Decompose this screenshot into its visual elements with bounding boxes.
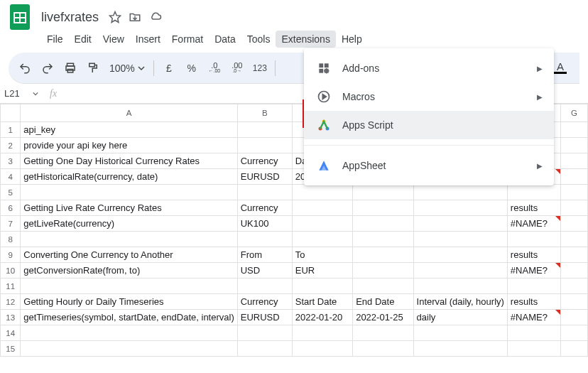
cell[interactable] [237,325,292,341]
menu-view[interactable]: View [97,31,130,48]
cell[interactable] [292,325,352,341]
row-header[interactable]: 1 [1,122,21,138]
cell[interactable]: Converting One Currency to Another [21,247,237,263]
menu-insert[interactable]: Insert [130,31,166,48]
cell[interactable] [21,341,237,357]
cell[interactable]: daily [413,310,507,325]
decrease-decimal-button[interactable]: .0←.00 [204,58,225,79]
row-header[interactable]: 11 [1,279,21,294]
cell[interactable] [560,310,587,325]
cell[interactable] [292,232,352,247]
cell[interactable]: results [507,200,560,216]
cell[interactable] [413,185,507,200]
menu-data[interactable]: Data [209,31,241,48]
cell[interactable] [413,325,507,341]
row-header[interactable]: 5 [1,185,21,200]
cell[interactable] [413,279,507,294]
cell[interactable]: getHistoricalRate(currency, date) [21,169,237,185]
menu-item-add-ons[interactable]: Add-ons▶ [304,54,554,82]
cell[interactable] [413,341,507,357]
cell[interactable]: getTimeseries(symbol, startDate, endDate… [21,310,237,325]
cell[interactable]: results [507,247,560,263]
cell[interactable] [292,185,352,200]
name-box[interactable]: L21 [0,88,43,99]
row-header[interactable]: 14 [1,325,21,341]
cell[interactable] [560,247,587,263]
cell[interactable]: api_key [21,122,237,138]
cell[interactable] [353,247,413,263]
cell[interactable] [560,169,587,185]
cell[interactable] [353,325,413,341]
cell[interactable] [560,200,587,216]
row-header[interactable]: 12 [1,294,21,310]
column-header[interactable]: G [560,104,587,122]
cell[interactable] [353,232,413,247]
cell[interactable] [21,232,237,247]
row-header[interactable]: 13 [1,310,21,325]
menu-extensions[interactable]: Extensions [276,31,335,48]
cell[interactable]: 2022-01-25 [353,310,413,325]
cell[interactable]: EURUSD [237,169,292,185]
cell[interactable]: Getting One Day Historical Currency Rate… [21,153,237,169]
menu-item-appsheet[interactable]: AppSheet▶ [304,151,554,180]
cell[interactable] [560,153,587,169]
cell[interactable]: Start Date [292,294,352,310]
column-header[interactable]: A [21,104,237,122]
increase-decimal-button[interactable]: .00.0→ [227,58,248,79]
cell[interactable]: Currency [237,153,292,169]
cell[interactable]: provide your api key here [21,138,237,153]
cell[interactable]: To [292,247,352,263]
currency-button[interactable]: £ [158,58,180,79]
column-header[interactable]: B [237,104,292,122]
cell[interactable]: Getting Live Rate Currency Rates [21,200,237,216]
redo-button[interactable] [37,58,58,79]
row-header[interactable]: 10 [1,263,21,279]
cell[interactable]: Currency [237,200,292,216]
cell[interactable] [560,294,587,310]
cell[interactable] [237,138,292,153]
row-header[interactable]: 2 [1,138,21,153]
cell[interactable] [237,341,292,357]
cell[interactable]: getConversionRate(from, to) [21,263,237,279]
zoom-select[interactable]: 100% [105,63,149,74]
cell[interactable] [353,279,413,294]
star-icon[interactable] [109,11,121,23]
cell[interactable] [560,279,587,294]
cell[interactable]: #NAME? [507,310,560,325]
cell[interactable] [507,325,560,341]
more-formats-button[interactable]: 123 [249,58,271,79]
cell[interactable] [560,232,587,247]
cell[interactable] [292,216,352,232]
cell[interactable] [560,216,587,232]
cell[interactable] [292,341,352,357]
menu-item-apps-script[interactable]: Apps Script [304,111,554,139]
menu-item-macros[interactable]: Macros▶ [304,82,554,111]
cell[interactable] [560,325,587,341]
undo-button[interactable] [14,58,36,79]
cell[interactable]: Interval (daily, hourly) [413,294,507,310]
menu-help[interactable]: Help [336,31,368,48]
cell[interactable]: Currency [237,294,292,310]
cell[interactable] [353,263,413,279]
cell[interactable]: #NAME? [507,263,560,279]
row-header[interactable]: 9 [1,247,21,263]
cell[interactable] [237,122,292,138]
cell[interactable] [21,279,237,294]
cell[interactable] [560,185,587,200]
cell[interactable] [507,279,560,294]
row-header[interactable]: 15 [1,341,21,357]
move-icon[interactable] [129,11,141,23]
percent-button[interactable]: % [181,58,202,79]
cell[interactable]: From [237,247,292,263]
cell[interactable] [560,122,587,138]
row-header[interactable]: 6 [1,200,21,216]
cell[interactable]: #NAME? [507,216,560,232]
cell[interactable] [21,185,237,200]
print-button[interactable] [60,58,81,79]
cell[interactable]: results [507,294,560,310]
cell[interactable]: USD [237,263,292,279]
cell[interactable] [560,263,587,279]
cell[interactable] [237,232,292,247]
menu-file[interactable]: File [41,31,69,48]
cell[interactable] [237,279,292,294]
